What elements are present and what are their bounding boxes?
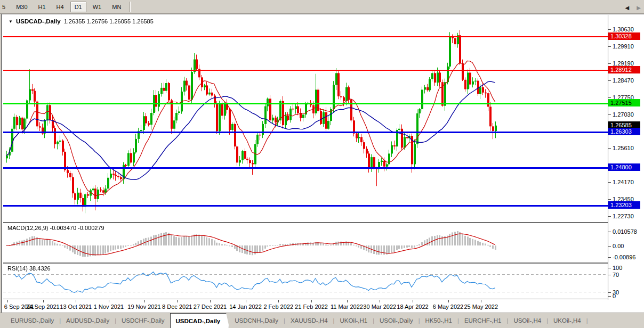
- macd-axis-label: 0.00: [613, 243, 624, 249]
- date-tick-mark: [311, 300, 312, 302]
- date-tick-mark: [210, 300, 211, 302]
- date-axis-label: 6 May 2022: [433, 304, 463, 310]
- price-axis-label: 1.27030: [613, 111, 634, 118]
- price-level-badge: 1.27515: [608, 99, 640, 106]
- price-axis-label: 1.22730: [613, 213, 634, 219]
- price-axis-label: 1.28470: [613, 77, 634, 84]
- date-tick-mark: [413, 300, 413, 302]
- price-level-badge: 1.30328: [608, 32, 640, 40]
- tab-hk50-h1[interactable]: HK50-,H1: [420, 313, 458, 328]
- date-tick-mark: [76, 300, 76, 302]
- tab-xauusd-h4[interactable]: XAUUSD-,H4: [285, 313, 333, 328]
- date-axis-label: 2 Feb 2022: [263, 304, 293, 310]
- date-tick-mark: [109, 300, 109, 302]
- date-axis-label: 19 Nov 2021: [127, 304, 160, 310]
- date-axis-label: 13 Oct 2021: [60, 304, 92, 310]
- date-tick-mark: [278, 300, 279, 302]
- date-tick-mark: [347, 300, 348, 302]
- date-tick-mark: [481, 300, 481, 302]
- price-chart-pane: ▼ USDCAD-,Daily 1.26355 1.26756 1.26055 …: [3, 15, 608, 223]
- date-tick-mark: [144, 300, 145, 302]
- date-tick-mark: [177, 300, 178, 302]
- timeframe-toolbar: 5M30H1H4D1W1MN: [0, 0, 644, 14]
- timeframe-button-d1[interactable]: D1: [70, 2, 86, 12]
- tab-usoil-h4[interactable]: USOil-,H4: [508, 313, 546, 328]
- date-tick-mark: [246, 300, 246, 302]
- tab-usdcad-daily[interactable]: USDCAD-,Daily: [170, 313, 230, 328]
- toolbar-separator: [130, 2, 130, 12]
- timeframe-button-mn[interactable]: MN: [108, 2, 125, 12]
- rsi-axis-label: 100: [613, 265, 622, 271]
- price-axis: 1.306301.299101.291901.284701.277501.270…: [608, 15, 644, 312]
- rsi-canvas[interactable]: [3, 264, 608, 299]
- macd-axis-label: 0.010578: [613, 228, 637, 235]
- date-axis-label: 1 Nov 2021: [94, 304, 124, 310]
- date-axis-label: 11 Mar 2022: [331, 304, 363, 310]
- chart-title: ▼ USDCAD-,Daily 1.26355 1.26756 1.26055 …: [9, 18, 154, 24]
- date-tick-mark: [380, 300, 380, 302]
- timeframe-button-w1[interactable]: W1: [88, 2, 106, 12]
- tab-eurusd-daily[interactable]: EURUSD-,Daily: [5, 313, 59, 328]
- date-axis: 6 Sep 202124 Sep 202113 Oct 20211 Nov 20…: [3, 300, 644, 312]
- price-axis-label: 1.30630: [613, 26, 634, 32]
- macd-label: MACD(12,26,9) -0.003470 -0.000279: [7, 225, 104, 231]
- tab-scroll-right-icon[interactable]: ▶: [637, 5, 641, 11]
- chart-ohlc-values: 1.26355 1.26756 1.26055 1.26585: [64, 18, 154, 24]
- date-axis-label: 18 Apr 2022: [397, 304, 428, 310]
- macd-axis-label: -0.00896: [613, 254, 635, 260]
- rsi-axis-label: 0: [613, 293, 616, 299]
- tab-usdcnh-daily[interactable]: USDCNH-,Daily: [229, 313, 284, 328]
- tab-separator: |: [586, 313, 588, 328]
- date-axis-label: 25 May 2022: [464, 304, 498, 310]
- date-tick-mark: [43, 300, 44, 302]
- price-level-badge: 1.23203: [608, 201, 640, 209]
- price-axis-label: 1.29910: [613, 43, 634, 50]
- date-axis-label: 30 Mar 2022: [363, 304, 396, 310]
- chart-dropdown-icon[interactable]: ▼: [9, 19, 13, 24]
- date-axis-label: 27 Dec 2021: [194, 304, 227, 310]
- macd-pane: MACD(12,26,9) -0.003470 -0.000279: [3, 223, 608, 264]
- price-level-badge: 1.26303: [608, 128, 640, 135]
- date-axis-label: 14 Jan 2022: [229, 304, 262, 310]
- date-axis-label: 21 Feb 2022: [295, 304, 328, 310]
- date-tick-mark: [7, 300, 8, 302]
- timeframe-button-h1[interactable]: H1: [34, 2, 50, 12]
- tab-audusd-daily[interactable]: AUDUSD-,Daily: [61, 313, 115, 328]
- rsi-label: RSI(14) 38.4326: [7, 265, 51, 272]
- tab-ukoil-h1[interactable]: UKOil-,H1: [334, 313, 373, 328]
- price-axis-label: 1.25610: [613, 145, 634, 151]
- tab-usdchf-daily[interactable]: USDCHF-,Daily: [116, 313, 170, 328]
- tab-eurchf-h1[interactable]: EURCHF-,H1: [459, 313, 507, 328]
- timeframe-button-m30[interactable]: M30: [12, 2, 31, 12]
- price-axis-label: 1.24170: [613, 179, 634, 185]
- price-level-badge: 1.24800: [608, 163, 640, 171]
- price-axis-label: 1.29190: [613, 60, 634, 67]
- rsi-pane: RSI(14) 38.4326: [3, 264, 608, 299]
- date-axis-label: 24 Sep 2021: [26, 304, 59, 310]
- tab-ukoil-h4[interactable]: UKOil-,H4: [548, 313, 586, 328]
- timeframe-button-5[interactable]: 5: [0, 2, 10, 12]
- chart-window: ▼ USDCAD-,Daily 1.26355 1.26756 1.26055 …: [1, 14, 644, 313]
- chart-symbol-label: USDCAD-,Daily: [16, 18, 61, 24]
- tab-scroll-left-icon[interactable]: ◀: [625, 5, 630, 11]
- price-level-badge: 1.28912: [608, 66, 640, 73]
- symbol-tabbar: EURUSD-,Daily|AUDUSD-,Daily|USDCHF-,Dail…: [0, 313, 644, 328]
- date-axis-label: 8 Dec 2021: [162, 304, 192, 310]
- timeframe-button-h4[interactable]: H4: [52, 2, 68, 12]
- rsi-axis-label: 70: [613, 272, 619, 278]
- tab-scroll-arrows: ◀ ▶: [625, 0, 641, 15]
- tab-usoil-daily[interactable]: USOil-,Daily: [374, 313, 418, 328]
- date-tick-mark: [448, 300, 449, 302]
- price-chart-canvas[interactable]: [3, 15, 608, 222]
